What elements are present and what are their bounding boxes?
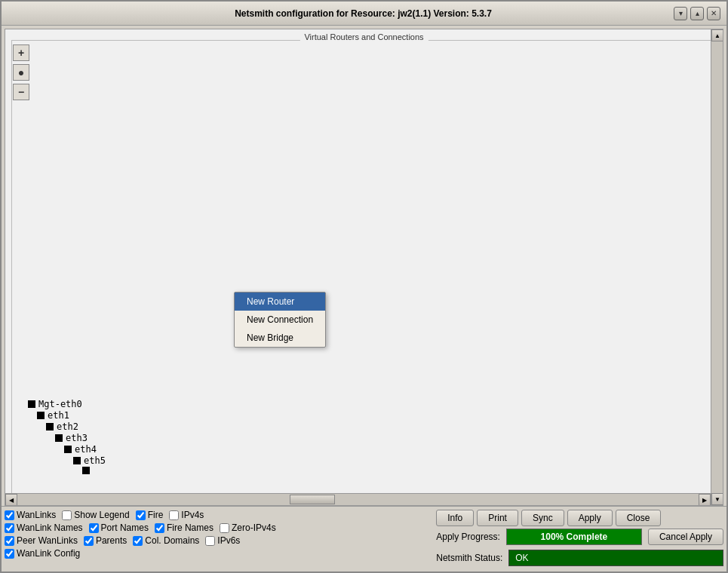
sync-button[interactable]: Sync <box>521 510 564 526</box>
showlegend-checkbox-label[interactable]: Show Legend <box>62 510 129 520</box>
status-label: Netsmith Status: <box>436 553 502 563</box>
restore-button[interactable]: ▴ <box>690 7 704 20</box>
zoom-out-button[interactable]: − <box>13 84 29 100</box>
main-window: Netsmith configuration for Resource: jw2… <box>0 0 728 573</box>
print-button[interactable]: Print <box>477 510 518 526</box>
showlegend-checkbox[interactable] <box>62 510 72 520</box>
tree-label: eth1 <box>48 410 69 421</box>
wanlinkconfig-checkbox[interactable] <box>5 549 14 559</box>
wanlinknames-label: WanLink Names <box>17 522 83 533</box>
zeroipv4s-checkbox[interactable] <box>220 523 229 533</box>
context-menu-item-new-router[interactable]: New Router <box>235 293 325 311</box>
checkbox-row-2: WanLink Names Port Names Fire Names Zero… <box>5 522 430 533</box>
bottom-panel: WanLinks Show Legend Fire IPv4s <box>2 506 726 571</box>
coldomains-label: Col. Domains <box>145 535 199 546</box>
tree-label: eth3 <box>66 433 88 443</box>
close-button[interactable]: Close <box>616 510 662 526</box>
progress-bar: 100% Complete <box>507 529 641 544</box>
scroll-left-button[interactable]: ◀ <box>5 494 17 506</box>
parents-checkbox[interactable] <box>84 536 94 546</box>
vertical-scrollbar: ▲ ▼ <box>711 29 723 505</box>
fire-label: Fire <box>148 510 164 520</box>
scrollbar-thumb-h[interactable] <box>290 495 335 504</box>
tree-item-mgt-eth0: Mgt-eth0 <box>28 399 106 409</box>
progress-label: Apply Progress: <box>436 532 500 542</box>
ipv4s-label: IPv4s <box>181 510 204 520</box>
ipv6s-checkbox[interactable] <box>205 536 215 546</box>
tree-item-eth5: eth5 <box>28 455 106 466</box>
tree-item-eth1: eth1 <box>28 410 106 421</box>
scroll-up-button[interactable]: ▲ <box>711 29 723 41</box>
tree-label: eth5 <box>84 455 106 466</box>
zeroipv4s-checkbox-label[interactable]: Zero-IPv4s <box>220 522 276 533</box>
tree-item-last <box>28 467 106 474</box>
ipv4s-checkbox[interactable] <box>169 510 179 520</box>
progress-bar-container: 100% Complete <box>506 529 642 545</box>
peerwanlinks-checkbox[interactable] <box>5 536 14 546</box>
progress-row: Apply Progress: 100% Complete Cancel App… <box>436 529 723 545</box>
parents-checkbox-label[interactable]: Parents <box>84 535 127 546</box>
status-row: Netsmith Status: OK <box>436 550 723 566</box>
info-button[interactable]: Info <box>436 510 474 526</box>
tree-checkbox <box>55 434 63 442</box>
canvas-area[interactable]: Virtual Routers and Connections + ● − Ne… <box>5 29 723 506</box>
coldomains-checkbox[interactable] <box>133 536 143 546</box>
wanlinks-label: WanLinks <box>17 510 56 520</box>
firenames-checkbox-label[interactable]: Fire Names <box>155 522 213 533</box>
firenames-label: Fire Names <box>167 522 213 533</box>
scroll-down-button[interactable]: ▼ <box>711 493 723 505</box>
portnames-checkbox[interactable] <box>89 523 99 533</box>
wanlinknames-checkbox-label[interactable]: WanLink Names <box>5 522 83 533</box>
context-menu-item-new-connection[interactable]: New Connection <box>235 311 325 329</box>
context-menu-item-new-bridge[interactable]: New Bridge <box>235 329 325 347</box>
close-button[interactable]: ✕ <box>707 7 720 20</box>
canvas-inner <box>11 40 717 499</box>
tree-label: Mgt-eth0 <box>38 399 82 409</box>
titlebar-buttons: ▾ ▴ ✕ <box>674 7 720 20</box>
canvas-legend: Virtual Routers and Connections <box>299 32 428 41</box>
ipv6s-label: IPv6s <box>217 535 240 546</box>
wanlinkconfig-label: WanLink Config <box>17 548 80 559</box>
tree-checkbox <box>73 457 81 464</box>
wanlinknames-checkbox[interactable] <box>5 523 14 533</box>
ipv4s-checkbox-label[interactable]: IPv4s <box>169 510 204 520</box>
parents-label: Parents <box>96 535 127 546</box>
scroll-track-v[interactable] <box>711 41 723 493</box>
apply-button[interactable]: Apply <box>567 510 613 526</box>
peerwanlinks-checkbox-label[interactable]: Peer WanLinks <box>5 535 78 546</box>
scroll-right-button[interactable]: ▶ <box>699 494 711 506</box>
tree-label: eth2 <box>57 421 78 432</box>
buttons-column: Info Print Sync Apply Close Apply Progre… <box>436 510 723 566</box>
checkbox-row-4: WanLink Config <box>5 548 430 559</box>
window-title: Netsmith configuration for Resource: jw2… <box>53 8 674 19</box>
checkbox-row-1: WanLinks Show Legend Fire IPv4s <box>5 510 430 520</box>
wanlinks-checkbox[interactable] <box>5 510 14 520</box>
tree-label: eth4 <box>75 444 97 455</box>
zoom-reset-button[interactable]: ● <box>13 64 29 81</box>
scroll-track-h[interactable] <box>17 494 699 505</box>
zoom-controls: + ● − <box>13 44 29 100</box>
peerwanlinks-label: Peer WanLinks <box>17 535 78 546</box>
fire-checkbox[interactable] <box>136 510 146 520</box>
zeroipv4s-label: Zero-IPv4s <box>232 522 276 533</box>
status-value: OK <box>508 550 723 566</box>
checkboxes-area: WanLinks Show Legend Fire IPv4s <box>5 510 430 561</box>
tree-area: Mgt-eth0 eth1 eth2 eth3 eth4 eth5 <box>28 399 106 475</box>
context-menu: New Router New Connection New Bridge <box>234 292 326 348</box>
coldomains-checkbox-label[interactable]: Col. Domains <box>133 535 199 546</box>
wanlinks-checkbox-label[interactable]: WanLinks <box>5 510 56 520</box>
fire-checkbox-label[interactable]: Fire <box>136 510 164 520</box>
wanlinkconfig-checkbox-label[interactable]: WanLink Config <box>5 548 80 559</box>
ipv6s-checkbox-label[interactable]: IPv6s <box>205 535 240 546</box>
firenames-checkbox[interactable] <box>155 523 164 533</box>
buttons-row-1: Info Print Sync Apply Close <box>436 510 723 526</box>
portnames-checkbox-label[interactable]: Port Names <box>89 522 149 533</box>
zoom-in-button[interactable]: + <box>13 44 29 61</box>
tree-item-eth4: eth4 <box>28 444 106 455</box>
minimize-button[interactable]: ▾ <box>674 7 687 20</box>
cancel-apply-button[interactable]: Cancel Apply <box>648 529 723 545</box>
horizontal-scrollbar: ◀ ▶ <box>5 493 711 505</box>
tree-checkbox <box>46 423 54 431</box>
portnames-label: Port Names <box>101 522 149 533</box>
checkbox-row-3: Peer WanLinks Parents Col. Domains IPv6s <box>5 535 430 546</box>
